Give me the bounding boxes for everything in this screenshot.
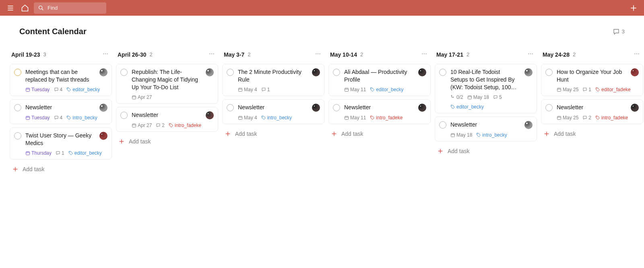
task-title: Twist User Story — Geeky Medics: [25, 132, 94, 147]
assignee-avatar[interactable]: [99, 68, 107, 76]
task-label[interactable]: intro_fadeke: [595, 115, 628, 121]
plus-icon: [118, 138, 125, 145]
task-checkbox[interactable]: [14, 132, 21, 139]
column-header[interactable]: April 26-30 2: [116, 49, 218, 60]
assignee-avatar[interactable]: [418, 68, 426, 76]
topbar: [0, 0, 644, 16]
task-label[interactable]: intro_becky: [261, 115, 292, 121]
calendar-icon: [238, 115, 243, 120]
task-checkbox[interactable]: [120, 112, 128, 119]
column-header[interactable]: April 19-23 3: [10, 49, 112, 60]
task-checkbox[interactable]: [14, 69, 21, 76]
assignee-avatar[interactable]: [206, 68, 214, 76]
task-label[interactable]: editor_becky: [450, 104, 484, 110]
comment-count: 5: [493, 94, 502, 100]
add-task-button[interactable]: Add task: [435, 145, 537, 158]
task-title: Newsletter: [238, 104, 306, 111]
home-button[interactable]: [19, 2, 31, 14]
task-checkbox[interactable]: [439, 121, 446, 129]
comment-icon: [54, 87, 59, 92]
task-label[interactable]: intro_fadeke: [169, 123, 201, 128]
task-checkbox[interactable]: [227, 104, 234, 111]
add-task-button[interactable]: Add task: [541, 127, 643, 140]
task-label[interactable]: editor_fadeke: [595, 87, 631, 92]
assignee-avatar[interactable]: [631, 68, 639, 76]
assignee-avatar[interactable]: [524, 68, 533, 76]
column-menu-button[interactable]: [526, 49, 535, 60]
task-checkbox[interactable]: [545, 69, 553, 76]
tag-icon: [370, 115, 375, 120]
due-date: May 4: [238, 87, 257, 92]
more-icon: [315, 51, 321, 57]
assignee-avatar[interactable]: [418, 104, 426, 112]
task-label[interactable]: intro_becky: [66, 115, 97, 121]
task-checkbox[interactable]: [227, 69, 234, 76]
task-checkbox[interactable]: [439, 69, 446, 76]
assignee-avatar[interactable]: [524, 121, 533, 129]
task-card[interactable]: Newsletter Tuesday4intro_becky: [10, 99, 112, 124]
task-checkbox[interactable]: [545, 104, 553, 111]
search-input[interactable]: [47, 5, 102, 11]
task-checkbox[interactable]: [333, 69, 340, 76]
comment-icon: [56, 151, 60, 155]
assignee-avatar[interactable]: [631, 104, 639, 112]
column-menu-button[interactable]: [419, 49, 429, 60]
column-header[interactable]: May 10-14 2: [328, 49, 431, 60]
add-task-button[interactable]: Add task: [222, 127, 324, 140]
task-card[interactable]: Newsletter May 18intro_becky: [435, 117, 537, 141]
due-date: May 18: [450, 132, 472, 138]
more-icon: [527, 51, 534, 57]
task-card[interactable]: The 2 Minute Productivity Rule May 41: [222, 64, 324, 96]
project-comments-button[interactable]: 3: [613, 28, 625, 35]
task-label[interactable]: editor_becky: [66, 87, 100, 92]
tag-icon: [450, 104, 455, 109]
add-button[interactable]: [628, 2, 639, 14]
task-label[interactable]: intro_fadeke: [370, 115, 402, 121]
column-menu-button[interactable]: [313, 49, 323, 60]
task-card[interactable]: Newsletter May 11intro_fadeke: [328, 99, 431, 124]
column-menu-button[interactable]: [207, 49, 217, 60]
calendar-icon: [450, 133, 455, 137]
add-task-button[interactable]: Add task: [10, 163, 112, 176]
assignee-avatar[interactable]: [312, 68, 320, 76]
task-card[interactable]: 10 Real-Life Todoist Setups to Get Inspi…: [435, 64, 537, 113]
task-card[interactable]: Meetings that can be replaced by Twist t…: [10, 64, 112, 96]
task-meta: Thursday1editor_becky: [14, 150, 107, 156]
assignee-avatar[interactable]: [206, 111, 214, 119]
task-checkbox[interactable]: [120, 69, 128, 76]
calendar-icon: [132, 123, 136, 128]
task-title: Republish: The Life-Changing Magic of Ti…: [132, 68, 200, 91]
task-card[interactable]: Newsletter Apr 272intro_fadeke: [116, 107, 218, 132]
assignee-avatar[interactable]: [99, 104, 107, 112]
task-card[interactable]: How to Organize Your Job Hunt May 251edi…: [541, 64, 643, 96]
board-column: April 19-23 3 Meetings that can be repla…: [10, 49, 112, 176]
task-card[interactable]: Republish: The Life-Changing Magic of Ti…: [116, 64, 218, 104]
board-column: May 10-14 2 Ali Abdaal — Productivity Pr…: [328, 49, 431, 176]
task-card[interactable]: Newsletter May 4intro_becky: [222, 99, 324, 124]
calendar-icon: [557, 115, 561, 120]
task-card[interactable]: Twist User Story — Geeky Medics Thursday…: [10, 127, 112, 160]
column-header[interactable]: May 17-21 2: [435, 49, 537, 60]
column-menu-button[interactable]: [101, 49, 110, 60]
search-box[interactable]: [34, 2, 106, 14]
add-task-button[interactable]: Add task: [328, 127, 431, 140]
task-card[interactable]: Newsletter May 252intro_fadeke: [541, 99, 643, 124]
column-menu-button[interactable]: [632, 49, 642, 60]
task-label[interactable]: editor_becky: [68, 150, 102, 156]
assignee-avatar[interactable]: [99, 132, 107, 140]
column-header[interactable]: May 3-7 2: [222, 49, 324, 60]
assignee-avatar[interactable]: [312, 104, 320, 112]
plus-icon: [543, 131, 550, 137]
calendar-icon: [557, 87, 561, 92]
task-label[interactable]: editor_becky: [370, 87, 403, 92]
menu-icon: [6, 4, 14, 12]
task-checkbox[interactable]: [14, 104, 21, 111]
add-task-button[interactable]: Add task: [116, 135, 218, 148]
task-label[interactable]: intro_becky: [476, 132, 507, 138]
menu-button[interactable]: [5, 2, 16, 14]
tag-icon: [169, 123, 173, 128]
due-date: Tuesday: [25, 115, 50, 121]
task-card[interactable]: Ali Abdaal — Productivity Profile May 11…: [328, 64, 431, 96]
column-header[interactable]: May 24-28 2: [541, 49, 643, 60]
task-checkbox[interactable]: [333, 104, 340, 111]
